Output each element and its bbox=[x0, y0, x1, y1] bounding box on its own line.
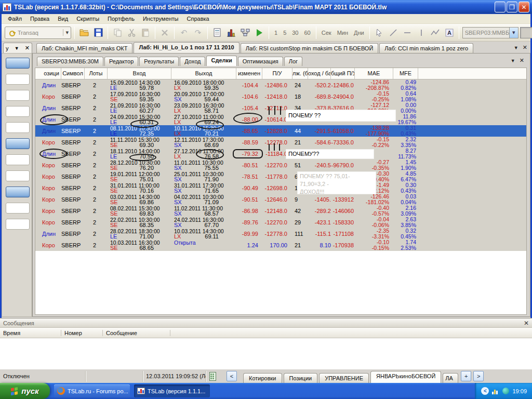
sidebar-button[interactable] bbox=[6, 74, 30, 85]
table-row[interactable]: Длин SBERP 2 28.02.2011 18:30:00 LE 71.0… bbox=[35, 228, 526, 240]
sidebar-button[interactable] bbox=[6, 154, 30, 165]
chevron-down-icon[interactable]: ▼ bbox=[15, 46, 19, 51]
period-day-button[interactable]: Дни bbox=[352, 28, 366, 37]
table-row[interactable]: Длин SBERP 2 24.09.2010 15:30:00 LE 60.3… bbox=[35, 114, 526, 125]
taskbar-item-tslab[interactable]: TSLab (версия 1.1.1... bbox=[134, 384, 210, 397]
lab-tab-cci[interactable]: Лаб: CCI min maksim 1 poz zero bbox=[379, 43, 473, 53]
column-header-change[interactable]: изменен bbox=[236, 68, 262, 79]
close-icon[interactable]: ✕ bbox=[520, 57, 524, 64]
menu-view[interactable]: Вид bbox=[54, 15, 72, 23]
start-button[interactable]: пуск bbox=[0, 383, 50, 399]
close-icon[interactable]: ✕ bbox=[25, 45, 30, 51]
sidebar-button[interactable] bbox=[6, 58, 30, 69]
menu-edit[interactable]: Правка bbox=[26, 15, 54, 23]
table-row[interactable]: Коро SBERP 2 08.02.2011 15:30:00 SE 69.8… bbox=[35, 205, 526, 217]
table-row[interactable]: Коро SBERP 2 03.02.2011 14:30:00 SE 69.8… bbox=[35, 194, 526, 205]
page-tab-quotes[interactable]: Котировки bbox=[243, 373, 282, 383]
report-button[interactable] bbox=[211, 26, 223, 39]
sidebar-button[interactable] bbox=[6, 138, 30, 149]
open-button[interactable] bbox=[78, 26, 90, 39]
menu-tools[interactable]: Инструменты bbox=[139, 15, 183, 23]
add-page-button[interactable]: + bbox=[461, 371, 471, 381]
period-sec-button[interactable]: Сек bbox=[320, 28, 334, 37]
tab-editor[interactable]: Редактор bbox=[104, 57, 138, 66]
interval-30-button[interactable]: 30 bbox=[290, 28, 300, 37]
next-page-button[interactable]: > bbox=[473, 371, 484, 381]
symbol-combobox[interactable]: SBERP03:ММВБ ▾ bbox=[462, 27, 518, 38]
column-header-position[interactable]: озици bbox=[41, 68, 61, 79]
sidebar-button[interactable] bbox=[6, 106, 30, 117]
close-icon[interactable]: ✕ bbox=[524, 320, 529, 327]
script-scheme-button[interactable] bbox=[239, 26, 251, 39]
tray-chart-icon[interactable] bbox=[492, 388, 499, 394]
sidebar-button[interactable] bbox=[6, 122, 30, 133]
save-button[interactable] bbox=[92, 26, 104, 39]
table-row[interactable]: Коро SBERP 2 17.09.2010 16:30:00 SE 59.3… bbox=[35, 91, 526, 102]
column-header-entry[interactable]: Вход bbox=[108, 68, 171, 79]
vertical-line-tool-button[interactable] bbox=[415, 26, 428, 39]
table-row[interactable]: Коро SBERP 2 31.01.2011 11:00:00 SE 70.1… bbox=[35, 182, 526, 194]
chevron-down-icon[interactable]: ▼ bbox=[514, 45, 518, 50]
transaq-connection-dropdown[interactable]: Transaq ▾ bbox=[5, 26, 71, 39]
zigzag-tool-button[interactable] bbox=[429, 26, 442, 39]
tray-status-icon[interactable] bbox=[502, 388, 509, 394]
column-header-bars[interactable]: лж. (б bbox=[292, 68, 308, 79]
period-min-button[interactable]: Мин bbox=[335, 28, 350, 37]
tab-symbol-chart[interactable]: SBERP03:ММВБ:30М bbox=[37, 57, 103, 66]
tab-trades[interactable]: Сделки bbox=[206, 56, 236, 66]
text-label-tool-button[interactable]: A bbox=[443, 26, 456, 39]
calendar-icon[interactable] bbox=[209, 372, 216, 381]
sidebar-button[interactable] bbox=[6, 187, 30, 197]
menu-portfolio[interactable]: Портфель bbox=[103, 15, 139, 23]
column-header-number[interactable]: Номер bbox=[61, 330, 103, 336]
undo-button[interactable]: ↶ bbox=[178, 26, 190, 39]
tab-optimization[interactable]: Оптимизация bbox=[238, 57, 283, 66]
cut-button[interactable] bbox=[125, 26, 138, 39]
taskbar-item-firefox[interactable]: TSLab.ru - Forums po... bbox=[54, 384, 130, 397]
tab-log[interactable]: Лог bbox=[284, 57, 302, 66]
lab-tab-hihilolo[interactable]: Лаб: Hi_Hi_Lo_Lo 1 поз 17 11 2010 bbox=[134, 42, 239, 53]
menu-help[interactable]: Справка bbox=[183, 15, 214, 23]
table-row[interactable]: Длин SBERP 2 15.09.2010 14:30:00 LE 59.7… bbox=[35, 79, 526, 91]
sidebar-button[interactable] bbox=[6, 170, 30, 181]
page-tab-january[interactable]: ЯНВАРЬкиноБОЕВОЙ bbox=[370, 371, 441, 383]
horizontal-line-tool-button[interactable] bbox=[401, 26, 414, 39]
column-header-total-pl[interactable]: бщий П/У bbox=[331, 68, 355, 79]
sidebar-button[interactable] bbox=[6, 90, 30, 101]
column-header-mae[interactable]: MAE bbox=[355, 68, 393, 79]
delete-button[interactable] bbox=[158, 26, 171, 39]
trend-line-tool-button[interactable] bbox=[387, 26, 400, 39]
table-row[interactable]: Длин SBERP 2 21.09.2010 16:30:00 LE 60.2… bbox=[35, 102, 526, 114]
close-icon[interactable]: ✕ bbox=[523, 44, 527, 51]
table-row[interactable]: Коро SBERP 2 10.03.2011 16:30:00 SE 68.6… bbox=[35, 240, 526, 251]
column-header-per-bar[interactable]: оход / ба bbox=[308, 68, 331, 79]
column-header-time[interactable]: Время bbox=[0, 330, 61, 336]
minimize-button[interactable]: _ bbox=[495, 2, 506, 12]
page-tab-la[interactable]: ЛА bbox=[443, 373, 458, 383]
lab-tab-rsi[interactable]: Лаб: RSI customStop min maksim СБ П БОЕВ… bbox=[241, 43, 379, 53]
chevron-down-icon[interactable]: ▼ bbox=[511, 58, 515, 63]
prev-page-button[interactable]: < bbox=[227, 371, 237, 381]
column-header-exit[interactable]: Выход bbox=[171, 68, 236, 79]
menu-file[interactable]: Файл bbox=[4, 15, 26, 23]
sidebar-button[interactable] bbox=[6, 203, 30, 214]
column-header-symbol[interactable]: Символ bbox=[61, 68, 85, 79]
page-tab-control[interactable]: УПРАВЛЕНИЕ bbox=[319, 373, 369, 383]
table-row[interactable]: Длин SBERP 2 18.11.2010 14:00:00 LE 70.5… bbox=[35, 148, 526, 159]
table-row[interactable]: Коро SBERP 2 28.12.2010 10:30:00 SE 76.2… bbox=[35, 159, 526, 171]
paste-button[interactable] bbox=[139, 26, 152, 39]
run-button[interactable] bbox=[253, 26, 265, 39]
sidebar-button[interactable] bbox=[6, 219, 30, 230]
interval-60-button[interactable]: 60 bbox=[302, 28, 313, 37]
table-row[interactable]: Коро SBERP 2 19.01.2011 12:00:00 SE 75.0… bbox=[35, 171, 526, 182]
menu-scripts[interactable]: Скрипты bbox=[72, 15, 103, 23]
restore-button[interactable]: ❐ bbox=[507, 2, 517, 12]
lab-tab-chaikin[interactable]: Лаб: Chaikin_MFI min_maks ОКТ bbox=[36, 43, 132, 53]
tray-chevron-icon[interactable]: < bbox=[481, 387, 489, 395]
column-header-message[interactable]: Сообщение bbox=[103, 330, 170, 336]
interval-1-button[interactable]: 1 bbox=[272, 28, 280, 37]
table-row[interactable]: Коро SBERP 2 11.11.2010 15:30:00 SE 69.3… bbox=[35, 137, 526, 148]
column-header-pl[interactable]: П/У bbox=[262, 68, 292, 79]
chart-button[interactable] bbox=[225, 26, 237, 39]
table-row[interactable]: Коро SBERP 2 22.02.2011 10:30:00 SE 68.3… bbox=[35, 217, 526, 228]
